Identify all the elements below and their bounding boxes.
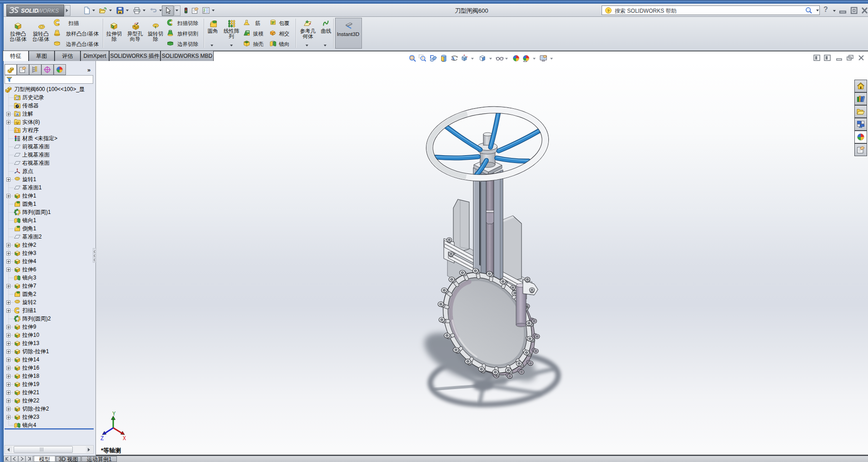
svg-text:SOLID: SOLID: [21, 8, 38, 14]
svg-text:Σ: Σ: [16, 129, 19, 133]
svg-text:WORKS: WORKS: [37, 8, 59, 14]
svg-text:?: ?: [607, 9, 610, 13]
svg-text:!: !: [422, 56, 423, 60]
svg-text:A: A: [16, 112, 19, 117]
